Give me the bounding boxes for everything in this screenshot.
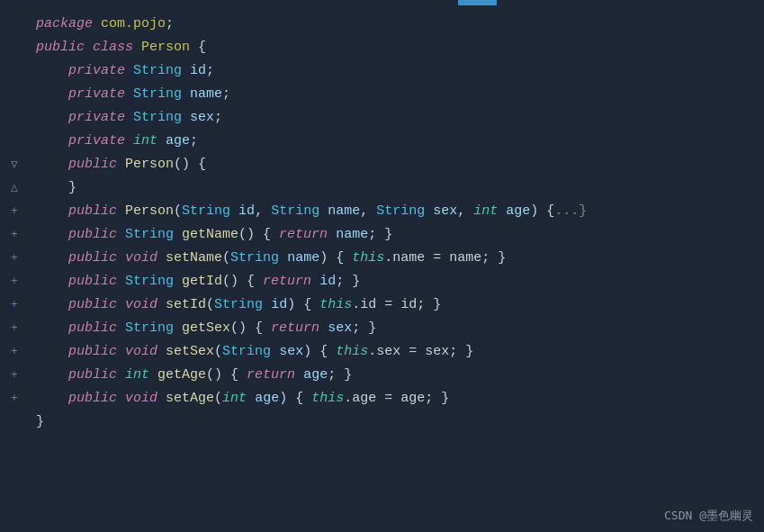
- code-text-2: public class Person {: [29, 37, 757, 58]
- code-text-12: public String getId() { return id; }: [29, 271, 757, 292]
- code-text-18: }: [29, 411, 757, 432]
- code-text-4: private String name;: [29, 84, 757, 104]
- code-text-9: public Person(String id, String name, St…: [29, 201, 757, 221]
- code-line-3: private String id;: [0, 59, 764, 83]
- expand-icon-16[interactable]: +: [11, 366, 18, 384]
- code-line-9: + public Person(String id, String name, …: [0, 200, 764, 223]
- code-container: package com.pojo; public class Person { …: [0, 5, 764, 441]
- code-text-8: }: [29, 177, 757, 198]
- code-line-11: + public void setName(String name) { thi…: [0, 247, 764, 270]
- gutter-16: +: [0, 366, 29, 384]
- code-line-10: + public String getName() { return name;…: [0, 223, 764, 247]
- expand-icon-14[interactable]: +: [11, 320, 18, 338]
- code-line-18: }: [0, 410, 764, 434]
- gutter-11: +: [0, 249, 29, 267]
- code-text-7: public Person() {: [29, 154, 757, 175]
- code-text-16: public int getAge() { return age; }: [29, 365, 757, 385]
- gutter-17: +: [0, 390, 29, 408]
- code-text-17: public void setAge(int age) { this.age =…: [29, 388, 757, 409]
- code-line-2: public class Person {: [0, 36, 764, 59]
- gutter-8: △: [0, 179, 29, 197]
- expand-icon-17[interactable]: +: [11, 390, 18, 408]
- expand-icon-15[interactable]: +: [11, 343, 18, 361]
- code-line-4: private String name;: [0, 83, 764, 106]
- code-text-3: private String id;: [29, 60, 757, 81]
- gutter-10: +: [0, 226, 29, 244]
- code-text-11: public void setName(String name) { this.…: [29, 248, 757, 268]
- gutter-12: +: [0, 273, 29, 291]
- code-line-8: △ }: [0, 176, 764, 200]
- code-line-12: + public String getId() { return id; }: [0, 270, 764, 293]
- code-line-6: private int age;: [0, 130, 764, 153]
- code-text-1: package com.pojo;: [29, 14, 757, 34]
- code-text-5: private String sex;: [29, 107, 757, 128]
- code-line-5: private String sex;: [0, 106, 764, 130]
- code-line-13: + public void setId(String id) { this.id…: [0, 293, 764, 317]
- expand-icon-9[interactable]: +: [11, 203, 18, 221]
- code-line-7: ▽ public Person() {: [0, 153, 764, 176]
- expand-icon-11[interactable]: +: [11, 249, 18, 267]
- code-text-10: public String getName() { return name; }: [29, 224, 757, 245]
- fold-icon-7[interactable]: ▽: [11, 156, 18, 174]
- gutter-7: ▽: [0, 156, 29, 174]
- gutter-9: +: [0, 203, 29, 221]
- expand-icon-12[interactable]: +: [11, 273, 18, 291]
- gutter-13: +: [0, 296, 29, 314]
- code-line-15: + public void setSex(String sex) { this.…: [0, 340, 764, 364]
- expand-icon-10[interactable]: +: [11, 226, 18, 244]
- code-text-6: private int age;: [29, 131, 757, 151]
- code-line-16: + public int getAge() { return age; }: [0, 364, 764, 387]
- code-line-1: package com.pojo;: [0, 13, 764, 36]
- code-text-13: public void setId(String id) { this.id =…: [29, 294, 757, 315]
- watermark: CSDN @墨色幽灵: [664, 507, 753, 525]
- gutter-15: +: [0, 343, 29, 361]
- code-text-15: public void setSex(String sex) { this.se…: [29, 341, 757, 362]
- code-text-14: public String getSex() { return sex; }: [29, 318, 757, 338]
- code-line-14: + public String getSex() { return sex; }: [0, 317, 764, 340]
- fold-icon-8[interactable]: △: [11, 179, 18, 197]
- gutter-14: +: [0, 320, 29, 338]
- expand-icon-13[interactable]: +: [11, 296, 18, 314]
- code-line-17: + public void setAge(int age) { this.age…: [0, 387, 764, 410]
